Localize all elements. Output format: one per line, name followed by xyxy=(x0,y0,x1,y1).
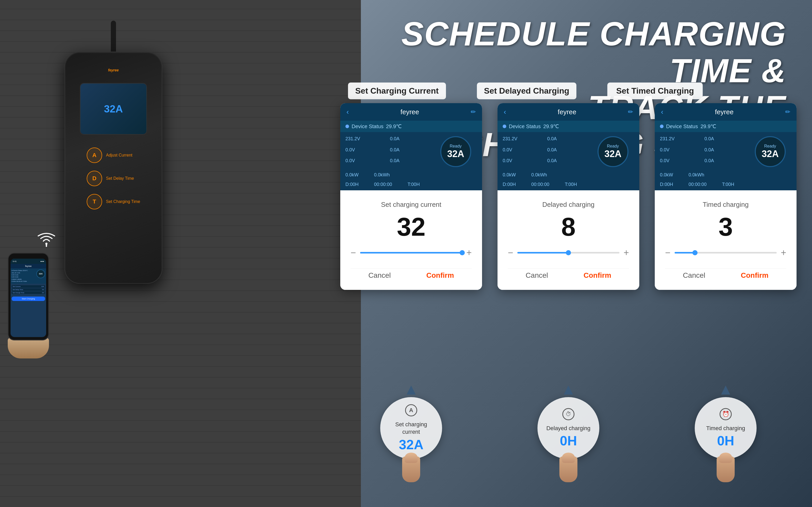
circle-icon-0-symbol: A xyxy=(405,404,418,420)
panel-0-d: D:00H xyxy=(346,182,359,187)
panel-1-temp: 29.9℃ xyxy=(543,123,559,129)
panel-1-title: feyree xyxy=(558,108,576,116)
panel-0-back[interactable]: ‹ xyxy=(347,108,349,116)
svg-point-6 xyxy=(45,243,48,245)
panel-0-metric-5: 0.0A xyxy=(390,158,433,167)
panel-2-cancel[interactable]: Cancel xyxy=(683,271,705,280)
phone-menu-label-1: Set Delay Time xyxy=(13,289,23,290)
charger-screen: 32A xyxy=(80,83,147,134)
phone-container: 9:41 ●●● feyree ● Device Status 29.9°C 2… xyxy=(8,253,59,356)
panel-0-modal-title: Set charging current xyxy=(351,201,472,209)
panel-1-modal-title: Delayed charging xyxy=(508,201,629,209)
panel-2-back[interactable]: ‹ xyxy=(661,108,663,116)
phone-reading-3: 0.0V 0.0A xyxy=(12,274,27,276)
panel-2-metrics-row2: 0.0kW 0.0kWh xyxy=(655,171,797,181)
panel-1-cancel[interactable]: Cancel xyxy=(525,271,548,280)
charger-btn-t-label: Set Charging Time xyxy=(106,199,140,204)
panel-0-metrics: 231.2V 0.0A Ready 32A 0.0V 0.0A 0.0V 0.0… xyxy=(340,132,482,171)
panel-1-header: ‹ feyree ✏ xyxy=(498,103,639,121)
panel-0-slider-track[interactable] xyxy=(360,252,462,253)
circle-icon-1-symbol: ⏱ xyxy=(562,408,575,424)
panel-0-metric-2: 0.0V xyxy=(346,147,388,156)
panel-1-time: 00:00:00 xyxy=(531,182,549,187)
panel-2-d: D:00H xyxy=(660,182,673,187)
panel-1-metric-1: 0.0A xyxy=(547,136,590,145)
panel-1-slider-track[interactable] xyxy=(517,252,619,253)
phone-menu-item-0[interactable]: Set Current 32A xyxy=(12,285,45,288)
panel-2-kw: 0.0kW xyxy=(660,172,673,178)
panel-1-back[interactable]: ‹ xyxy=(504,108,506,116)
circle-icon-0: A Set chargingcurrent 32A xyxy=(380,397,442,459)
charger-device: feyree 32A A Adjust Current D Set Delay … xyxy=(52,52,175,335)
panel-2-confirm[interactable]: Confirm xyxy=(741,271,768,280)
phone-reading-5: 0.0kW 0.0kWh xyxy=(12,278,45,280)
panel-1-slider-row: − + xyxy=(508,247,629,258)
app-panels: ‹ feyree ✏ Device Status 29.9℃ 231.2V 0.… xyxy=(340,103,797,290)
charger-cable xyxy=(111,21,116,54)
panel-0-metric-4: 0.0V xyxy=(346,158,388,167)
panel-1-metric-4: 0.0V xyxy=(503,158,545,167)
panel-2-slider-plus[interactable]: + xyxy=(781,247,786,258)
panel-1-modal-value: 8 xyxy=(508,214,629,239)
circle-icon-2-label: Timed charging xyxy=(706,425,745,432)
panel-0-edit[interactable]: ✏ xyxy=(471,108,476,116)
panel-2-title: feyree xyxy=(715,108,734,116)
panel-0-confirm[interactable]: Confirm xyxy=(426,271,454,280)
phone-reading-1: ● Device Status 29.9°C xyxy=(12,270,27,272)
panel-0-metric-3: 0.0A xyxy=(390,147,433,156)
bottom-item-0: ▲ A Set chargingcurrent 32A xyxy=(340,382,482,482)
panel-1-slider-plus[interactable]: + xyxy=(624,247,629,258)
svg-text:A: A xyxy=(409,407,413,413)
panel-0-t: T:00H xyxy=(408,182,420,187)
charger-btn-d[interactable]: D Set Delay Time xyxy=(86,171,134,186)
panel-2-status-bar: Device Status 29.9℃ xyxy=(655,121,797,132)
panel-2-slider-track[interactable] xyxy=(675,252,777,253)
panel-1-slider-minus[interactable]: − xyxy=(508,247,513,258)
phone-start-btn[interactable]: Start Charging xyxy=(12,296,45,301)
panel-0-slider-thumb xyxy=(459,250,465,255)
phone-reading-4: 0.0V 0.0A xyxy=(12,276,27,278)
panel-2-edit[interactable]: ✏ xyxy=(785,108,790,116)
phone-menu-value-0: 32A xyxy=(41,286,44,287)
phone-time: 9:41 xyxy=(13,260,17,263)
panel-0-kw: 0.0kW xyxy=(346,172,359,178)
charger-btn-t[interactable]: T Set Charging Time xyxy=(86,194,140,209)
arrow-up-0: ▲ xyxy=(340,382,482,397)
panel-1-modal: Delayed charging 8 − + Cancel Confirm xyxy=(498,190,639,290)
panel-0-modal: Set charging current 32 − + Cancel Confi… xyxy=(340,190,482,290)
panel-0-cancel[interactable]: Cancel xyxy=(368,271,391,280)
charger-btn-a-circle: A xyxy=(86,148,102,163)
charger-btn-d-label: Set Delay Time xyxy=(106,176,134,181)
charger-btn-a[interactable]: A Adjust Current xyxy=(86,148,132,163)
phone-status-bar: 9:41 ●●● xyxy=(11,259,46,264)
section-header-1: Set Delayed Charging xyxy=(477,82,577,99)
hand-holding-phone xyxy=(8,338,49,358)
phone-signal: ●●● xyxy=(41,260,44,263)
panel-1-edit[interactable]: ✏ xyxy=(628,108,633,116)
charger-logo: feyree xyxy=(103,65,124,75)
arrow-up-2: ▲ xyxy=(655,382,797,397)
panel-0-slider-minus[interactable]: − xyxy=(351,247,356,258)
panel-2-t: T:00H xyxy=(722,182,734,187)
panel-0-slider-plus[interactable]: + xyxy=(466,247,472,258)
panel-2-header: ‹ feyree ✏ xyxy=(655,103,797,121)
panel-1-confirm[interactable]: Confirm xyxy=(583,271,611,280)
panel-2-gauge-value: 32A xyxy=(762,149,779,159)
circle-icon-0-label: Set chargingcurrent xyxy=(395,421,427,436)
bottom-item-2: ▲ ⏰ Timed charging 0H xyxy=(655,382,797,482)
bottom-section: ▲ A Set chargingcurrent 32A ▲ ⏱ xyxy=(340,382,797,482)
phone-menu-item-1[interactable]: Set Delay Time 0H xyxy=(12,288,45,291)
bottom-item-1: ▲ ⏱ Delayed charging 0H xyxy=(498,382,639,482)
panel-2-modal-buttons: Cancel Confirm xyxy=(665,269,786,280)
svg-text:⏱: ⏱ xyxy=(566,411,571,417)
panel-1-metrics-row2: 0.0kW 0.0kWh xyxy=(498,171,639,181)
panel-0-slider-fill xyxy=(360,252,462,253)
panel-2-metric-1: 0.0A xyxy=(704,136,747,145)
panel-delayed-charging: ‹ feyree ✏ Device Status 29.9℃ 231.2V 0.… xyxy=(498,103,639,290)
panel-2-slider-minus[interactable]: − xyxy=(665,247,671,258)
panel-2-time: 00:00:00 xyxy=(689,182,706,187)
panel-1-gauge-status: Ready xyxy=(607,144,619,149)
panel-0-gauge-status: Ready xyxy=(450,144,462,149)
charger-btn-a-label: Adjust Current xyxy=(106,153,132,158)
phone-menu-item-2[interactable]: Set Charge Time 0H xyxy=(12,291,45,294)
